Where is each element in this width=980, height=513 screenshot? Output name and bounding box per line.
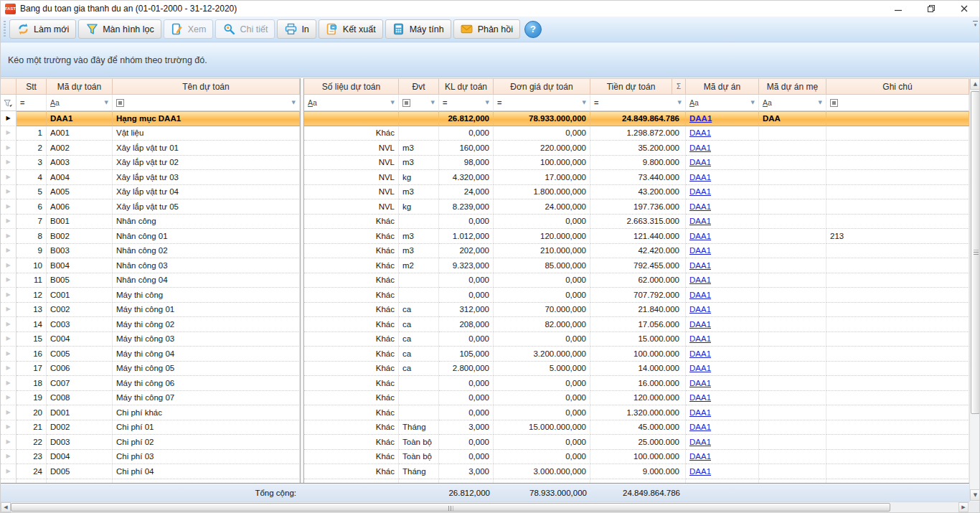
filter-cell-ten[interactable]: ▼	[113, 95, 300, 111]
column-header-solieu[interactable]: Số liệu dự toán	[304, 78, 399, 95]
table-row[interactable]: ▶2A002Xây lắp vật tư 01NVLm3160,000220.0…	[1, 141, 969, 156]
column-header-dongia[interactable]: Đơn giá dự toán	[494, 78, 590, 95]
column-header-ghichu[interactable]: Ghi chú	[826, 78, 969, 95]
table-row[interactable]: ▶19C008Máy thi công 07Khác0,0000,000120.…	[1, 391, 969, 406]
column-header-dvt[interactable]: Đvt	[399, 78, 439, 95]
row-indicator-cell[interactable]: ▶	[1, 464, 17, 479]
filter-cell-dvt[interactable]: ▼	[399, 95, 439, 111]
table-row[interactable]: ▶4A004Xây lắp vật tư 03NVLkg4.320,00017.…	[1, 170, 969, 185]
row-indicator-cell[interactable]: ▶	[1, 362, 17, 377]
scroll-left-icon[interactable]: ◀	[1, 502, 11, 512]
filter-cell-ma[interactable]: Aa▼	[47, 95, 113, 111]
table-row[interactable]: ▶24D005Chi phí 04KhácTháng3,0003.000.000…	[1, 464, 969, 479]
row-indicator-cell[interactable]: ▶	[1, 244, 17, 259]
project-code-link[interactable]: DAA1	[689, 393, 711, 402]
table-row[interactable]: ▶11B005Nhân công 04Khác0,0000,00062.000.…	[1, 273, 969, 288]
project-code-link[interactable]: DAA1	[689, 202, 711, 211]
filter-dropdown-icon[interactable]: ▼	[431, 100, 435, 105]
table-row[interactable]: ▶5A005Xây lắp vật tư 04NVLm324,0001.800.…	[1, 185, 969, 200]
horizontal-scrollbar[interactable]: ◀ ▶	[1, 502, 969, 512]
row-indicator-cell[interactable]: ▶	[1, 303, 17, 318]
column-header-kl[interactable]: KL dự toán	[439, 78, 494, 95]
row-indicator-cell[interactable]: ▶	[1, 435, 17, 450]
table-row[interactable]: ▶12C001Máy thi côngKhác0,0000,000707.792…	[1, 288, 969, 303]
table-row[interactable]: ▶18C007Máy thi công 06Khác0,0000,00016.0…	[1, 376, 969, 391]
row-indicator-cell[interactable]: ▶	[1, 273, 17, 288]
project-code-link[interactable]: DAA1	[689, 291, 711, 299]
scroll-up-icon[interactable]: ▲	[970, 78, 980, 90]
table-row[interactable]: ▶21D002Chi phí 01KhácTháng3,00015.000.00…	[1, 420, 969, 436]
table-row[interactable]: ▶3A003Xây lắp vật tư 02NVLm398,000100.00…	[1, 156, 969, 171]
row-indicator-cell[interactable]: ▶	[1, 199, 17, 215]
project-code-link[interactable]: DAA1	[689, 246, 711, 255]
row-indicator-cell[interactable]: ▶	[1, 141, 17, 156]
column-header-ten[interactable]: Tên dự toán	[113, 78, 300, 95]
row-indicator-cell[interactable]: ▶	[1, 376, 17, 391]
scroll-right-icon[interactable]: ▶	[958, 502, 969, 512]
filter-cell-kl[interactable]: =▼	[439, 95, 494, 111]
row-indicator-cell[interactable]: ▶	[1, 450, 17, 465]
table-row[interactable]: ▶17C006Máy thi công 05Khácca2.800,0005.0…	[1, 362, 969, 377]
filter-dropdown-icon[interactable]: ▼	[391, 100, 395, 105]
project-code-link[interactable]: DAA1	[689, 452, 711, 461]
toolbar-overflow-icon[interactable]: ▾	[971, 21, 979, 37]
row-indicator-cell[interactable]: ▶	[1, 111, 17, 126]
project-code-link[interactable]: DAA1	[689, 173, 711, 182]
row-indicator-cell[interactable]: ▶	[1, 288, 17, 303]
grid-header[interactable]: SttMã dự toánTên dự toánSố liệu dự toánĐ…	[1, 78, 969, 95]
grid-filter-row[interactable]: =Aa▼▼Aa▼▼=▼=▼=▼Aa▼Aa▼	[1, 95, 969, 111]
table-row[interactable]: ▶1A001Vật liệuKhác0,0000,0001.298.872.00…	[1, 126, 969, 141]
filter-dropdown-icon[interactable]: ▼	[292, 100, 296, 105]
project-code-link[interactable]: DAA1	[689, 423, 711, 431]
table-row[interactable]: ▶23D004Chi phí 03KhácToàn bộ0,0000,00010…	[1, 450, 969, 465]
scroll-down-icon[interactable]: ▼	[970, 489, 980, 501]
filter-dropdown-icon[interactable]: ▼	[678, 100, 682, 105]
close-button[interactable]	[948, 1, 980, 17]
toolbar-grip[interactable]	[4, 21, 6, 38]
table-row[interactable]: ▶22D003Chi phí 02KhácToàn bộ0,0000,00025…	[1, 435, 969, 450]
vertical-scrollbar[interactable]: ▲ ▼	[969, 78, 980, 502]
filter-dropdown-icon[interactable]: ▼	[583, 100, 586, 105]
sum-sigma-icon[interactable]: Σ	[672, 79, 685, 94]
toolbar-button-may-tinh[interactable]: Máy tính	[385, 19, 451, 39]
row-indicator-cell[interactable]: ▶	[1, 405, 17, 420]
row-indicator-cell[interactable]: ▶	[1, 317, 17, 332]
table-row[interactable]: ▶16C005Máy thi công 04Khácca105,0003.200…	[1, 347, 969, 362]
project-code-link[interactable]: DAA1	[689, 187, 711, 196]
column-header-ma[interactable]: Mã dự toán	[47, 78, 113, 95]
project-code-link[interactable]: DAA1	[689, 143, 711, 152]
filter-cell-maduame[interactable]: Aa▼	[759, 95, 826, 111]
filter-cell-madua[interactable]: Aa▼	[686, 95, 759, 111]
row-indicator-cell[interactable]: ▶	[1, 258, 17, 273]
filter-cell-tien[interactable]: =▼	[590, 95, 686, 111]
column-header-maduame[interactable]: Mã dự án mẹ	[759, 78, 826, 95]
row-indicator-cell[interactable]: ▶	[1, 126, 17, 141]
project-code-link[interactable]: DAA1	[689, 467, 711, 476]
project-code-link[interactable]: DAA1	[689, 364, 711, 372]
table-row[interactable]: ▶10B004Nhân công 03Khácm29.323,00085.000…	[1, 258, 969, 273]
toolbar-button-in[interactable]: In	[277, 19, 316, 39]
table-row[interactable]: ▶6A006Xây lắp vật tư 05NVLkg8.239,00024.…	[1, 199, 969, 215]
column-header-stt[interactable]: Stt	[17, 78, 47, 95]
project-code-link[interactable]: DAA1	[689, 408, 711, 417]
project-code-link[interactable]: DAA1	[689, 261, 711, 270]
row-indicator-cell[interactable]: ▶	[1, 229, 17, 244]
row-indicator-cell[interactable]: ▶	[1, 170, 17, 185]
filter-cell-solieu[interactable]: Aa▼	[304, 95, 399, 111]
filter-cell-stt[interactable]: =	[17, 95, 47, 111]
project-code-link[interactable]: DAA1	[689, 334, 711, 343]
filter-dropdown-icon[interactable]: ▼	[819, 100, 822, 105]
horizontal-scroll-thumb[interactable]	[11, 503, 890, 512]
table-row[interactable]: ▶20D001Chi phí khácKhác0,0000,0001.320.0…	[1, 405, 969, 420]
row-indicator-cell[interactable]: ▶	[1, 156, 17, 171]
filter-cell-dongia[interactable]: =▼	[494, 95, 590, 111]
filter-dropdown-icon[interactable]: ▼	[751, 100, 755, 105]
summary-row[interactable]: ▶DAA1Hạng mục DAA126.812,00078.933.000,0…	[1, 111, 969, 126]
project-code-link[interactable]: DAA1	[689, 276, 711, 284]
project-code-link[interactable]: DAA1	[689, 320, 711, 329]
toolbar-button-lam-moi[interactable]: Làm mới	[9, 19, 76, 39]
row-indicator-cell[interactable]: ▶	[1, 185, 17, 200]
project-code-link[interactable]: DAA1	[689, 305, 711, 314]
project-code-link[interactable]: DAA1	[689, 114, 712, 123]
project-code-link[interactable]: DAA1	[689, 158, 711, 166]
